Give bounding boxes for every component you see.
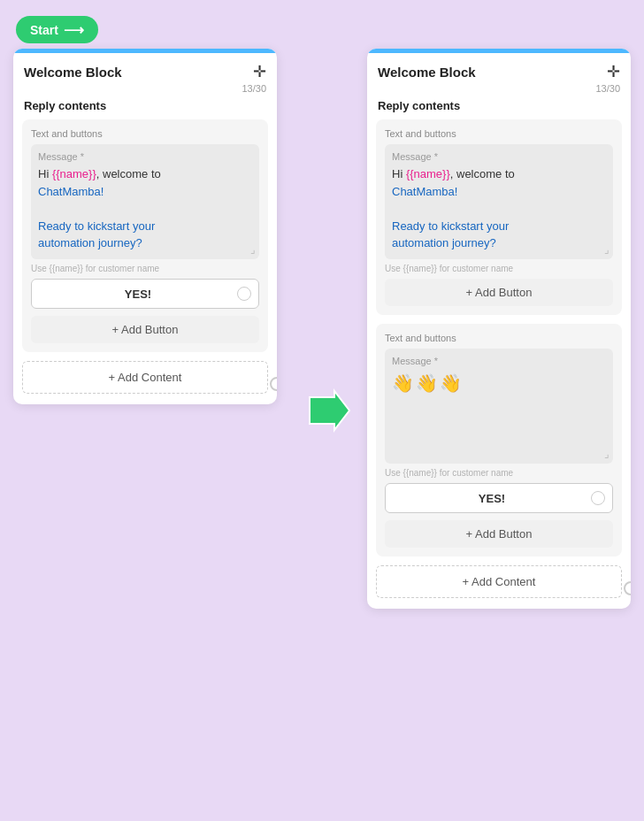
right-panel-title: Welcome Block bbox=[378, 65, 476, 80]
right-block2-hint: Use {{name}} for customer name bbox=[385, 468, 613, 478]
left-connector-circle bbox=[270, 377, 277, 391]
left-block1-resize-handle[interactable]: ⌟ bbox=[250, 243, 256, 256]
left-add-content[interactable]: + Add Content bbox=[22, 361, 268, 394]
right-block1-hint: Use {{name}} for customer name bbox=[385, 264, 613, 273]
flow-arrow bbox=[301, 384, 354, 437]
left-block1-message-label: Message * bbox=[38, 151, 252, 162]
left-block1-yes-circle bbox=[237, 287, 251, 301]
left-block1-add-button[interactable]: + Add Button bbox=[31, 316, 259, 343]
left-panel: Welcome Block ✛ 13/30 Reply contents Tex… bbox=[13, 49, 277, 404]
start-label: Start bbox=[30, 23, 58, 37]
right-block2-emoji: 👋👋👋 bbox=[392, 373, 464, 393]
right-block1-add-button[interactable]: + Add Button bbox=[385, 279, 613, 306]
left-block1-yes-label: YES! bbox=[39, 288, 237, 301]
right-block2-message-label: Message * bbox=[392, 356, 606, 366]
start-arrow-icon: ⟶ bbox=[64, 21, 84, 38]
svg-marker-0 bbox=[310, 391, 349, 430]
right-block2-add-button[interactable]: + Add Button bbox=[385, 520, 613, 548]
left-block1-type-label: Text and buttons bbox=[31, 128, 259, 139]
right-panel-header: Welcome Block ✛ bbox=[367, 53, 631, 85]
right-add-content[interactable]: + Add Content bbox=[376, 565, 622, 598]
right-block1-message-area[interactable]: Message * Hi {{name}}, welcome to ChatMa… bbox=[385, 144, 613, 259]
left-block1-message-area[interactable]: Message * Hi {{name}}, welcome to ChatMa… bbox=[31, 144, 259, 259]
left-block1-message-text: Hi {{name}}, welcome to ChatMamba! Ready… bbox=[38, 165, 252, 252]
left-panel-header: Welcome Block ✛ bbox=[13, 53, 277, 85]
right-block2-resize-handle[interactable]: ⌟ bbox=[604, 448, 610, 460]
right-block1: Text and buttons Message * Hi {{name}}, … bbox=[376, 119, 622, 315]
right-reply-contents-label: Reply contents bbox=[367, 99, 631, 119]
start-button[interactable]: Start ⟶ bbox=[16, 16, 98, 43]
right-block1-message-label: Message * bbox=[392, 151, 606, 162]
right-block2-yes-circle bbox=[591, 491, 605, 505]
right-block2-yes-label: YES! bbox=[393, 492, 591, 505]
right-connector-circle bbox=[624, 581, 631, 595]
left-block1-yes-button[interactable]: YES! bbox=[31, 279, 259, 309]
right-panel: Welcome Block ✛ 13/30 Reply contents Tex… bbox=[367, 49, 631, 609]
left-move-icon[interactable]: ✛ bbox=[253, 62, 266, 81]
right-block1-type-label: Text and buttons bbox=[385, 128, 613, 139]
left-panel-counter: 13/30 bbox=[13, 83, 277, 94]
left-reply-contents-label: Reply contents bbox=[13, 99, 277, 119]
right-block2-message-text: 👋👋👋 bbox=[392, 370, 606, 396]
left-panel-title: Welcome Block bbox=[24, 65, 122, 80]
left-block1-hint: Use {{name}} for customer name bbox=[31, 264, 259, 273]
right-block2-message-area[interactable]: Message * 👋👋👋 ⌟ bbox=[385, 349, 613, 464]
right-block2-yes-button[interactable]: YES! bbox=[385, 483, 613, 513]
right-block2-type-label: Text and buttons bbox=[385, 333, 613, 343]
right-panel-counter: 13/30 bbox=[367, 83, 631, 94]
right-block1-message-text: Hi {{name}}, welcome to ChatMamba! Ready… bbox=[392, 165, 606, 252]
right-move-icon[interactable]: ✛ bbox=[607, 62, 620, 81]
right-block1-resize-handle[interactable]: ⌟ bbox=[604, 243, 610, 256]
right-block2: Text and buttons Message * 👋👋👋 ⌟ Use {{n… bbox=[376, 324, 622, 556]
left-block1: Text and buttons Message * Hi {{name}}, … bbox=[22, 119, 268, 352]
